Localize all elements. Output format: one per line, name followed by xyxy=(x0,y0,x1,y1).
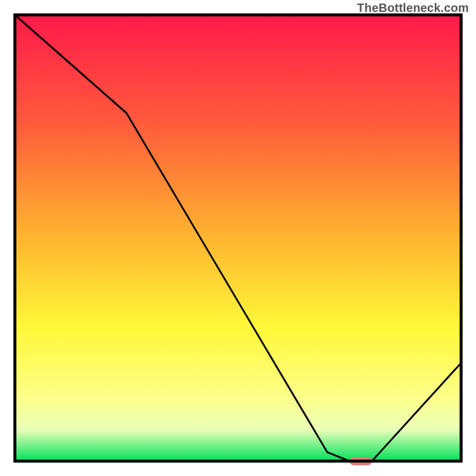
chart-container: TheBottleneck.com xyxy=(0,0,476,476)
svg-rect-0 xyxy=(15,15,461,461)
watermark-text: TheBottleneck.com xyxy=(357,1,469,15)
bottleneck-chart xyxy=(0,0,476,476)
